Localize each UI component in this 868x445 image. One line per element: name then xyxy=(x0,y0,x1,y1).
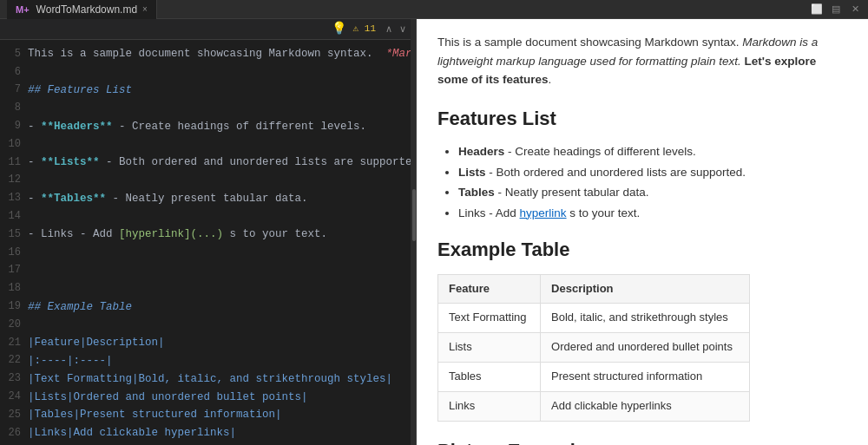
code-token: This is a sample document showcasing Mar… xyxy=(28,45,373,62)
code-token: |Links|Add clickable hyperlinks| xyxy=(28,424,236,442)
line-number: 5 xyxy=(0,45,21,63)
intro-text1: This is a sample document showcasing Mar… xyxy=(437,36,742,49)
line-number: 27 xyxy=(0,442,21,445)
line-number: 7 xyxy=(0,82,21,100)
code-token: - Create headings of different levels. xyxy=(113,118,367,135)
arrow-up-button[interactable]: ∧ xyxy=(383,23,395,36)
line-number: 21 xyxy=(0,334,21,352)
code-token: |Tables|Present structured information| xyxy=(28,406,282,423)
example-table-heading: Example Table xyxy=(437,234,847,265)
code-line xyxy=(28,279,417,298)
preview-intro: This is a sample document showcasing Mar… xyxy=(437,33,847,89)
code-line xyxy=(28,99,417,117)
code-token: [hyperlink](...) xyxy=(119,226,223,243)
line-number: 17 xyxy=(0,262,21,280)
code-token: ## Features List xyxy=(28,82,132,99)
editor-panel[interactable]: 💡 ⚠ 11 ∧ ∨ 56789101112131415161718192021… xyxy=(0,19,417,445)
code-token: **Tables** xyxy=(41,190,106,207)
code-line: - Links - Add [hyperlink](...) s to your… xyxy=(28,226,417,244)
code-line: - **Headers** - Create headings of diffe… xyxy=(28,117,417,135)
scroll-thumb[interactable] xyxy=(412,189,416,241)
code-token: - Both ordered and unordered lists are s… xyxy=(100,154,417,171)
line-number: 9 xyxy=(0,117,21,135)
line-number: 12 xyxy=(0,172,21,190)
code-line xyxy=(28,262,417,280)
list-item: Lists - Both ordered and unordered lists… xyxy=(458,163,847,182)
line-number: 11 xyxy=(0,154,21,172)
code-line xyxy=(28,207,417,226)
editor-toolbar: 💡 ⚠ 11 ∧ ∨ xyxy=(0,19,416,40)
table-cell: Tables xyxy=(438,362,541,391)
code-token: **Headers** xyxy=(41,118,113,135)
lightbulb-icon: 💡 xyxy=(332,19,346,38)
code-token: |:----|:----| xyxy=(28,352,113,370)
code-line xyxy=(28,63,417,82)
table-cell: Bold, italic, and strikethrough styles xyxy=(541,304,750,333)
table-row: TablesPresent structured information xyxy=(438,362,750,391)
code-line: |Links|Add clickable hyperlinks| xyxy=(28,424,417,442)
picture-heading: Picture Example xyxy=(437,435,847,445)
list-item: Tables - Neatly present tabular data. xyxy=(458,183,847,202)
line-number: 23 xyxy=(0,370,21,388)
list-item: Links - Add hyperlink s to your text. xyxy=(458,204,847,223)
code-content[interactable]: This is a sample document showcasing Mar… xyxy=(28,43,417,445)
code-line: ## Features List xyxy=(28,82,417,100)
code-token: **Lists** xyxy=(41,154,100,171)
warning-badge: ⚠ 11 xyxy=(353,22,376,37)
table-cell: Ordered and unordered bullet points xyxy=(541,333,750,363)
line-number: 10 xyxy=(0,135,21,154)
tab-wordtomarkdown[interactable]: M+ WordToMarkdown.md × xyxy=(7,0,157,19)
table-cell: Links xyxy=(438,391,541,421)
close-tab-button[interactable]: × xyxy=(142,4,148,14)
code-line xyxy=(28,316,417,334)
line-number: 13 xyxy=(0,189,21,207)
warning-count: ⚠ 11 xyxy=(353,22,376,37)
code-line: |Tables|Present structured information| xyxy=(28,406,417,424)
split-icon[interactable]: ⬜ xyxy=(811,3,823,16)
code-token: - xyxy=(28,154,41,171)
code-area: 5678910111213141516171819202122232425262… xyxy=(0,40,416,445)
code-line: |Text Formatting|Bold, italic, and strik… xyxy=(28,370,417,388)
code-token: |Text Formatting|Bold, italic, and strik… xyxy=(28,370,392,388)
code-token: ## Example Table xyxy=(28,298,132,316)
line-number: 24 xyxy=(0,388,21,406)
code-token: - xyxy=(28,118,41,135)
code-line xyxy=(28,442,417,445)
code-line: ## Example Table xyxy=(28,298,417,316)
close-window-icon[interactable]: ✕ xyxy=(849,3,861,16)
table-header: Description xyxy=(541,274,750,304)
code-line xyxy=(28,135,417,154)
features-list: Headers - Create headings of different l… xyxy=(437,142,847,222)
layout-icon[interactable]: ▤ xyxy=(830,3,842,16)
line-number: 18 xyxy=(0,279,21,298)
table-cell: Lists xyxy=(438,333,541,363)
table-row: Text FormattingBold, italic, and striket… xyxy=(438,304,750,333)
line-number: 19 xyxy=(0,298,21,316)
table-cell: Add clickable hyperlinks xyxy=(541,391,750,421)
features-heading: Features List xyxy=(437,103,847,134)
code-token: |Feature|Description| xyxy=(28,334,165,351)
line-number: 20 xyxy=(0,316,21,334)
table-row: LinksAdd clickable hyperlinks xyxy=(438,391,750,421)
list-item: Headers - Create headings of different l… xyxy=(458,142,847,161)
code-token: - xyxy=(28,190,41,207)
tab-label: WordToMarkdown.md xyxy=(36,3,137,16)
table-header: Feature xyxy=(438,274,541,304)
table-row: ListsOrdered and unordered bullet points xyxy=(438,333,750,363)
code-token: s to your text. xyxy=(223,226,327,243)
arrow-down-button[interactable]: ∨ xyxy=(397,23,409,36)
line-numbers: 5678910111213141516171819202122232425262… xyxy=(0,43,28,445)
code-line: - **Lists** - Both ordered and unordered… xyxy=(28,154,417,172)
markdown-icon: M+ xyxy=(16,4,30,15)
line-number: 8 xyxy=(0,99,21,117)
toolbar-arrows: ∧ ∨ xyxy=(383,23,409,36)
hyperlink[interactable]: hyperlink xyxy=(520,206,567,219)
line-number: 15 xyxy=(0,226,21,244)
code-token: - Neatly present tabular data. xyxy=(106,190,308,207)
table-cell: Text Formatting xyxy=(438,304,541,333)
code-line xyxy=(28,172,417,190)
title-bar: M+ WordToMarkdown.md × ⬜ ▤ ✕ xyxy=(0,0,868,19)
line-number: 22 xyxy=(0,352,21,370)
code-line: - **Tables** - Neatly present tabular da… xyxy=(28,189,417,207)
code-token: - Links - Add xyxy=(28,226,119,243)
